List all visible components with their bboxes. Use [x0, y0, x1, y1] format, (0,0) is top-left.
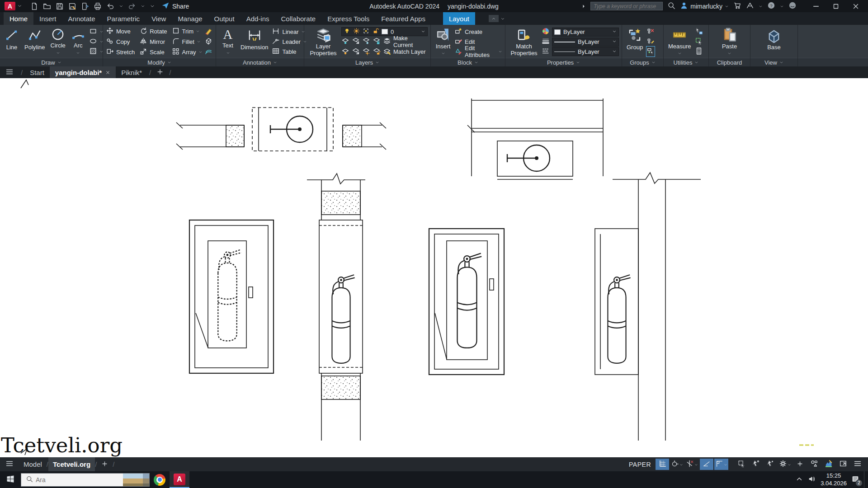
create-block-button[interactable]: Create — [454, 27, 502, 37]
taskbar-search-input[interactable] — [36, 476, 117, 483]
linetype-dropdown[interactable]: ByLayer — [552, 47, 619, 56]
ribbon-tab-addins[interactable]: Add-ins — [241, 12, 275, 25]
ribbon-tab-insert[interactable]: Insert — [33, 12, 62, 25]
clean-screen-button[interactable] — [836, 459, 850, 470]
panel-label-block[interactable]: Block — [431, 58, 505, 66]
layer-viewport-freeze-icon[interactable] — [363, 28, 369, 36]
hidden-icons-chevron[interactable] — [795, 475, 803, 485]
explode-button[interactable] — [204, 37, 212, 47]
chevron-down-icon[interactable] — [694, 460, 698, 468]
lineweight-dropdown[interactable]: ByLayer — [552, 38, 619, 47]
minimize-button[interactable] — [807, 0, 826, 12]
share-button[interactable]: Share — [161, 1, 189, 11]
restore-button[interactable] — [826, 0, 845, 12]
layer-on-icon[interactable] — [344, 28, 350, 36]
fillet-button[interactable]: Fillet — [172, 37, 203, 47]
ortho-toggle[interactable] — [700, 459, 713, 470]
match-properties-button[interactable]: Match Properties — [508, 26, 540, 57]
object-color-icon[interactable] — [542, 27, 550, 37]
undo-dropdown-icon[interactable] — [119, 4, 123, 9]
ribbon-tab-layout[interactable]: Layout — [443, 12, 475, 25]
layer-lock-icon[interactable] — [373, 37, 381, 46]
polar-tracking-toggle[interactable] — [714, 459, 728, 470]
lineweight-icon[interactable] — [542, 37, 550, 47]
chevron-down-icon[interactable] — [759, 3, 763, 10]
file-tab-start[interactable]: Start — [24, 66, 50, 78]
ribbon-minimize-icon[interactable] — [489, 15, 499, 22]
new-file-button[interactable] — [30, 2, 38, 10]
panel-label-clipboard[interactable]: Clipboard — [709, 58, 750, 66]
open-file-button[interactable] — [43, 2, 51, 10]
grid-toggle[interactable] — [656, 459, 669, 470]
linetype-icon[interactable] — [542, 47, 550, 56]
search-highlight-image[interactable] — [123, 474, 149, 486]
layer-unisolate-icon[interactable] — [352, 47, 360, 56]
panel-label-utilities[interactable]: Utilities — [664, 58, 708, 66]
layer-thaw-icon[interactable] — [353, 28, 360, 36]
chevron-down-icon[interactable] — [780, 3, 784, 10]
layout-tab-tcetveli[interactable]: Tcetveli.org — [48, 457, 95, 471]
file-tab-piknik[interactable]: Piknik* — [116, 66, 147, 78]
taskbar-chrome-button[interactable] — [150, 471, 170, 488]
chevron-down-icon[interactable] — [500, 15, 505, 23]
ribbon-tab-express-tools[interactable]: Express Tools — [321, 12, 375, 25]
stretch-button[interactable]: Stretch — [106, 47, 135, 57]
undo-button[interactable] — [106, 2, 114, 10]
hatch-button[interactable] — [89, 47, 104, 56]
ribbon-tab-parametric[interactable]: Parametric — [101, 12, 146, 25]
ribbon-tab-collaborate[interactable]: Collaborate — [275, 12, 321, 25]
chevron-down-icon[interactable] — [724, 460, 727, 468]
file-tab-menu-icon[interactable] — [0, 68, 19, 77]
search-icon[interactable] — [667, 1, 675, 11]
customize-qat-icon[interactable] — [150, 4, 155, 9]
selection-cycling-toggle[interactable] — [735, 459, 748, 470]
ribbon-tab-annotate[interactable]: Annotate — [62, 12, 101, 25]
object-snap-toggle[interactable] — [749, 459, 763, 470]
model-tab[interactable]: Model — [19, 457, 47, 471]
match-layer-icon[interactable] — [383, 47, 391, 56]
ribbon-display-toggle[interactable] — [489, 12, 505, 25]
plot-button[interactable] — [94, 2, 102, 10]
ribbon-tab-view[interactable]: View — [146, 12, 172, 25]
isolate-objects-button[interactable] — [807, 459, 821, 470]
layer-properties-button[interactable]: Layer Properties — [307, 26, 340, 57]
paste-button[interactable]: Paste — [720, 26, 739, 57]
dynamic-input-toggle[interactable] — [685, 459, 699, 470]
layer-off-icon[interactable] — [341, 37, 349, 46]
store-cart-icon[interactable] — [733, 1, 741, 11]
layer-thaw-all-icon[interactable] — [362, 47, 370, 56]
customization-button[interactable] — [851, 459, 864, 470]
paper-space-button[interactable]: PAPER — [629, 461, 651, 468]
panel-label-layers[interactable]: Layers — [304, 58, 430, 66]
measure-button[interactable]: Measure — [666, 26, 693, 57]
match-layer-button[interactable]: Match Layer — [393, 48, 426, 55]
drawing-canvas[interactable]: Tcetveli.org — [0, 78, 868, 457]
panel-label-draw[interactable]: Draw — [0, 58, 103, 66]
account-button[interactable]: mimarlucky — [680, 1, 729, 11]
snap-toggle[interactable] — [670, 459, 684, 470]
linear-dimension-button[interactable]: Linear — [272, 27, 307, 37]
offset-button[interactable] — [204, 47, 212, 56]
insert-block-button[interactable]: Insert — [434, 26, 453, 57]
annotation-scale-button[interactable] — [793, 459, 807, 470]
layer-color-swatch[interactable] — [382, 29, 388, 34]
assistant-icon[interactable] — [788, 1, 797, 11]
autodesk-app-icon[interactable] — [746, 1, 754, 11]
chevron-down-icon[interactable] — [421, 28, 425, 35]
select-similar-button[interactable] — [695, 37, 703, 47]
panel-label-properties[interactable]: Properties — [505, 58, 622, 66]
ungroup-button[interactable] — [646, 27, 655, 37]
group-edit-button[interactable] — [646, 37, 655, 47]
table-button[interactable]: Table — [272, 47, 307, 56]
panel-label-view[interactable]: View — [750, 58, 797, 66]
layout-menu-icon[interactable] — [0, 460, 19, 469]
panel-label-groups[interactable]: Groups — [622, 58, 663, 66]
base-view-button[interactable]: Base — [764, 26, 783, 57]
new-drawing-tab-icon[interactable] — [153, 68, 167, 77]
new-layout-icon[interactable] — [97, 460, 113, 469]
arc-button[interactable]: Arc — [69, 26, 87, 57]
object-snap-tracking-toggle[interactable] — [764, 459, 777, 470]
trim-button[interactable]: Trim — [172, 27, 203, 37]
notification-center-button[interactable]: 2 — [851, 475, 859, 485]
chevron-down-icon[interactable] — [788, 460, 791, 468]
